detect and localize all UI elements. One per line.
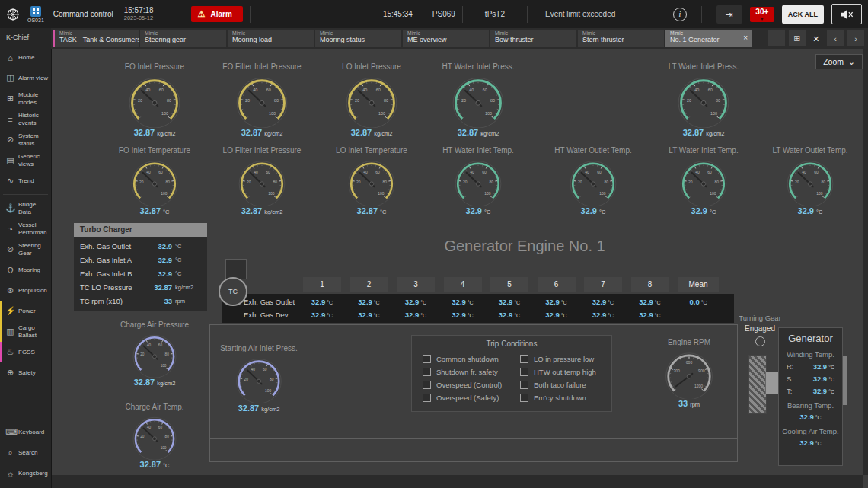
ht-water-inlet-press-gauge[interactable]: HT Water Inlet Press.2040608010032.87kg/… [429,62,528,137]
tc-schematic-circle: TC [219,277,247,306]
charge-air-pressure-gauge[interactable]: Charge Air Pressure2040608010032.87kg/cm… [105,321,204,387]
cylinder-value: 32.9°C [301,309,343,321]
sidebar-item-kongsberg[interactable]: ☼Kongsberg [0,463,51,483]
speaker-muted-icon[interactable] [831,4,862,24]
tab-task-tank-consumers[interactable]: MimicTASK - Tank & Consumers [53,30,139,47]
gauge-dial: 20406080100 [654,156,753,206]
sidebar-item-vessel-performan[interactable]: ◔Vessel Performan... [0,218,51,239]
turbo-row-unit: °C [172,257,203,263]
sidebar-item-power[interactable]: ⚡Power [0,301,51,321]
checkbox-htw-out-temp-high[interactable] [520,368,528,376]
phase-value: 32.9°C [813,387,834,395]
zoom-label: Zoom [823,57,844,66]
sidebar-item-steering-gear[interactable]: ⊚Steering Gear [0,239,51,260]
svg-text:80: 80 [165,435,170,439]
tab-scroll-left-icon[interactable]: ‹ [827,30,844,46]
bridge-data-icon: ⚓ [5,203,15,213]
close-all-tabs-icon[interactable]: × [809,33,823,45]
tab-me-overview[interactable]: MimicME overview [403,30,489,47]
workstation-id[interactable]: OS031 [27,6,44,23]
home-icon: ⌂ [5,53,15,62]
fo-filter-inlet-pressure-gauge[interactable]: FO Filter Inlet Pressure2040608010032.87… [212,62,311,137]
sidebar-item-cargo-ballast[interactable]: ▥Cargo Ballast [0,321,51,342]
lt-water-inlet-press-gauge[interactable]: LT Water Inlet Press.2040608010032.87kg/… [654,62,753,137]
svg-text:60: 60 [376,88,381,92]
tab-scroll-right-icon[interactable]: › [847,30,864,46]
ht-water-inlet-temp-gauge[interactable]: HT Water Inlet Temp.2040608010032.9°C [429,146,528,215]
trip-conditions-title: Trip Conditions [412,340,611,348]
sidebar-item-home[interactable]: ⌂Home [0,47,51,68]
tab-close-icon[interactable]: × [743,33,748,43]
tab-mooring-status[interactable]: MimicMooring status [315,30,401,47]
lo-inlet-temperature-gauge[interactable]: LO Inlet Temperature2040608010032.87°C [322,146,421,215]
svg-text:60: 60 [159,88,164,92]
zoom-button[interactable]: Zoom ⌄ [815,54,863,69]
tab-label: Mooring status [320,36,397,43]
page-title: Generator Engine No. 1 [410,238,639,255]
sidebar-item-fgss[interactable]: ♨FGSS [0,342,51,362]
turbo-row-exh-gas-inlet-a: Exh. Gas Inlet A32.9°C [74,253,207,266]
lo-inlet-pressure-gauge[interactable]: LO Inlet Pressure2040608010032.87kg/cm2 [322,62,421,137]
vertical-scrollbar[interactable] [863,49,868,475]
cylinder-value: 32.9°C [348,296,391,308]
kongsberg-icon: ☼ [5,469,15,478]
svg-text:60: 60 [814,170,819,174]
sidebar-item-keyboard[interactable]: ⌨Keyboard [0,422,51,442]
winding-phase-s: S:32.9°C [779,375,842,383]
checkbox-overspeed-control[interactable] [423,381,431,389]
svg-text:40: 40 [254,170,258,174]
svg-text:100: 100 [485,111,492,116]
cooling-air-temp-label: Cooling Air Temp. [779,427,842,435]
trip-condition-label: Shutdown fr. safety [436,368,498,376]
charge-air-temp-gauge[interactable]: Charge Air Temp.2040608010032.87°C [105,403,204,469]
gauge-label: HT Water Outlet Temp. [544,146,643,156]
alarm-count-badge[interactable]: 30+ ▾ [750,7,774,22]
fo-inlet-pressure-gauge[interactable]: FO Inlet Pressure2040608010032.87kg/cm2 [105,62,204,137]
sidebar-item-safety[interactable]: ⊕Safety [0,362,51,383]
checkbox-common-shutdown[interactable] [423,355,431,363]
fo-inlet-temperature-gauge[interactable]: FO Inlet Temperature2040608010032.87°C [105,146,204,215]
sidebar-item-historic-events[interactable]: ≡Historic events [0,109,51,129]
checkbox-em-cy-shutdown[interactable] [520,394,528,402]
sidebar-item-generic-views[interactable]: ▤Generic views [0,150,51,171]
ht-water-outlet-temp-gauge[interactable]: HT Water Outlet Temp.2040608010032.9°C [544,146,643,215]
checkbox-lo-in-pressure-low[interactable] [520,355,528,363]
sidebar-item-search[interactable]: ⌕Search [0,442,51,463]
svg-text:20: 20 [355,98,359,103]
lt-water-outlet-temp-gauge[interactable]: LT Water Outlet Temp.2040608010032.9°C [761,146,860,215]
svg-text:80: 80 [384,98,388,103]
tab-extra-box[interactable] [768,30,785,46]
turbo-row-value: 32.87 [154,283,172,292]
ack-all-button[interactable]: ACK ALL [782,5,824,24]
winding-phase-r: R:32.9°C [779,362,842,371]
sidebar-item-alarm-view[interactable]: ◫Alarm view [0,68,51,88]
tab-stern-thruster[interactable]: MimicStern thruster [578,30,664,47]
lo-filter-inlet-pressure-gauge[interactable]: LO Filter Inlet Pressure2040608010032.87… [212,146,311,215]
svg-text:80: 80 [274,98,279,103]
sidebar-item-module-modes[interactable]: ⊞Module modes [0,88,51,109]
sidebar-item-mooring[interactable]: ΩMooring [0,260,51,280]
tab-no-1-generator[interactable]: MimicNo. 1 Generator× [665,30,752,47]
alarm-button[interactable]: ⚠ Alarm [191,6,243,22]
sidebar-item-propulsion[interactable]: ⊛Propulsion [0,280,51,301]
layout-grid-icon[interactable]: ⊞ [789,30,806,46]
checkbox-both-taco-failure[interactable] [520,381,528,389]
tab-bow-thruster[interactable]: MimicBow thruster [490,30,576,47]
info-icon[interactable]: i [673,8,687,21]
sidebar-item-trend[interactable]: ∿Trend [0,171,51,191]
checkbox-shutdown-fr-safety[interactable] [423,368,431,376]
sidebar-item-system-status[interactable]: ⊘System status [0,129,51,150]
cooling-air-temp-value: 32.9°C [779,439,842,447]
svg-text:100: 100 [378,191,385,196]
horizontal-scrollbar[interactable] [51,475,863,488]
checkbox-overspeed-safety[interactable] [423,394,431,402]
trip-condition-em-cy-shutdown: Em'cy shutdown [520,393,586,403]
sidebar-item-bridge-data[interactable]: ⚓Bridge Data [0,198,51,218]
sign-in-icon[interactable]: ⇥ [716,5,742,24]
trip-condition-overspeed-control: Overspeed (Control) [423,380,502,390]
cylinder-column-header-2: 2 [350,277,388,292]
lt-water-inlet-temp-gauge[interactable]: LT Water Inlet Temp.2040608010032.9°C [654,146,753,215]
tab-steering-gear[interactable]: MimicSteering gear [140,30,226,47]
tc-schematic-box [225,259,247,279]
tab-mooring-load[interactable]: MimicMooring load [228,30,314,47]
